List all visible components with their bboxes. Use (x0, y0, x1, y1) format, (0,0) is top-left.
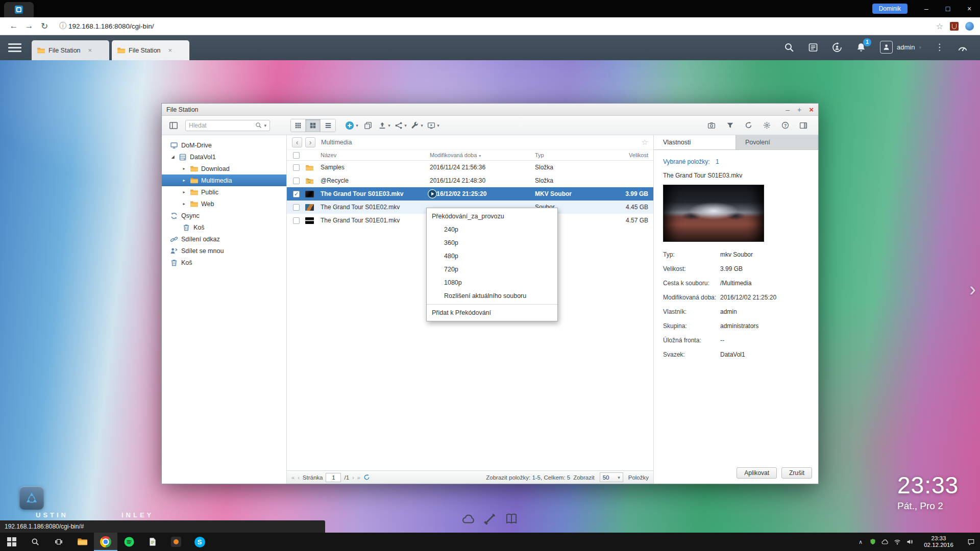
menu-item-240p[interactable]: 240p (427, 223, 557, 236)
menu-item-original-resolution[interactable]: Rozlišení aktuálního souboru (427, 289, 557, 303)
tree-collapsed-icon[interactable]: ▸ (181, 202, 187, 206)
apply-button[interactable]: Aplikovat (737, 467, 777, 479)
page-prev-button[interactable]: ‹ (298, 474, 300, 481)
window-minimize-button[interactable]: – (786, 106, 790, 113)
help-button[interactable] (778, 119, 792, 132)
snapshot-button[interactable] (705, 119, 718, 132)
bookmark-star-icon[interactable]: ☆ (936, 21, 943, 31)
tree-item-shared-with-me[interactable]: Sdílet se mnou (162, 245, 286, 257)
detail-view-button[interactable] (321, 119, 335, 132)
chevron-down-icon[interactable]: ▾ (264, 123, 266, 128)
tree-item-public[interactable]: ▸ Public (162, 186, 286, 198)
row-checkbox[interactable] (293, 178, 300, 184)
back-icon[interactable]: ← (6, 21, 21, 31)
smart-panel-button[interactable] (797, 119, 810, 132)
column-type[interactable]: Typ (535, 152, 617, 158)
select-all-checkbox[interactable] (293, 152, 300, 159)
recycle-bin-icon[interactable] (19, 486, 44, 510)
forward-icon[interactable]: → (21, 21, 37, 31)
list-view-button[interactable] (306, 119, 321, 132)
search-input[interactable] (189, 122, 253, 129)
main-menu-button[interactable] (8, 43, 21, 52)
menu-item-720p[interactable]: 720p (427, 263, 557, 276)
tree-item-datavol1[interactable]: ◢ DataVol1 (162, 151, 286, 163)
page-first-button[interactable]: « (291, 474, 295, 481)
options-dots-icon[interactable]: ⋮ (935, 42, 944, 53)
volume-tray-icon[interactable] (903, 533, 916, 551)
antivirus-tray-icon[interactable] (867, 533, 879, 551)
browser-close-button[interactable]: × (959, 0, 980, 17)
tree-item-download[interactable]: ▸ Download (162, 163, 286, 174)
taskbar-notepad-button[interactable] (141, 533, 164, 551)
menu-item-480p[interactable]: 480p (427, 249, 557, 263)
status-refresh-icon[interactable] (363, 474, 370, 481)
tree-collapsed-icon[interactable]: ▸ (181, 190, 187, 194)
background-tasks-icon[interactable] (808, 42, 818, 53)
search-icon[interactable] (255, 122, 262, 129)
window-titlebar[interactable]: File Station – + × (162, 104, 818, 116)
tree-item-trash[interactable]: Koš (162, 257, 286, 268)
browser-tab[interactable] (4, 2, 34, 17)
network-tray-icon[interactable] (891, 533, 903, 551)
tab-permissions[interactable]: Povolení (736, 135, 818, 149)
user-menu[interactable]: admin ▾ (880, 41, 921, 54)
sidebar-toggle-button[interactable] (167, 119, 180, 132)
breadcrumb-back-button[interactable]: ‹ (292, 137, 302, 147)
taskbar-skype-button[interactable]: S (188, 533, 211, 551)
extension-icon[interactable] (965, 22, 974, 31)
menu-item-1080p[interactable]: 1080p (427, 276, 557, 289)
breadcrumb-forward-button[interactable]: › (305, 137, 315, 147)
search-box[interactable]: ▾ (185, 120, 270, 131)
video-preview-thumbnail[interactable] (663, 185, 764, 242)
upload-button[interactable]: ▾ (378, 119, 391, 132)
myqnapcloud-icon[interactable] (462, 512, 475, 525)
copy-button[interactable] (361, 119, 375, 132)
breadcrumb[interactable]: Multimedia (321, 139, 352, 146)
cloud-tray-icon[interactable] (879, 533, 891, 551)
row-checkbox[interactable] (293, 204, 300, 211)
row-checkbox-checked[interactable]: ✓ (293, 191, 300, 197)
settings-gear-button[interactable] (760, 119, 773, 132)
tab-close-icon[interactable]: × (88, 46, 92, 54)
transcode-button[interactable]: ▾ (427, 119, 440, 132)
window-maximize-button[interactable]: + (797, 106, 801, 113)
menu-item-360p[interactable]: 360p (427, 236, 557, 249)
start-button[interactable] (0, 533, 23, 551)
help-book-icon[interactable] (505, 512, 518, 525)
task-view-button[interactable] (47, 533, 70, 551)
url-field[interactable]: 192.168.1.186:8080/cgi-bin/ (68, 22, 154, 30)
filter-button[interactable] (723, 119, 737, 132)
column-modified[interactable]: Modifikovaná doba▾ (430, 152, 535, 158)
play-options-button[interactable] (428, 189, 437, 198)
tree-collapsed-icon[interactable]: ▸ (181, 166, 187, 171)
action-center-button[interactable] (962, 533, 980, 551)
taskbar-explorer-button[interactable] (70, 533, 94, 551)
page-input[interactable] (326, 473, 341, 482)
column-name[interactable]: Název (321, 152, 430, 158)
tab-close-icon[interactable]: × (168, 46, 173, 54)
taskbar-spotify-button[interactable] (117, 533, 141, 551)
tools-button[interactable]: ▾ (410, 119, 424, 132)
refresh-button[interactable] (742, 119, 755, 132)
row-checkbox[interactable] (293, 164, 300, 171)
page-size-select[interactable]: 50 ▾ (600, 472, 623, 482)
page-info-icon[interactable]: ⓘ (59, 21, 66, 31)
share-button[interactable]: ▾ (394, 119, 407, 132)
icon-view-button[interactable] (291, 119, 306, 132)
tree-item-qsync[interactable]: Qsync (162, 210, 286, 221)
tree-item-dom-drive[interactable]: DoM-Drive (162, 139, 286, 151)
dashboard-gauge-icon[interactable] (958, 42, 968, 53)
table-row[interactable]: Samples 2016/11/24 21:56:36 Složka (287, 161, 653, 174)
tree-collapsed-icon[interactable]: ▸ (181, 178, 187, 183)
tree-item-share-links[interactable]: Sdílení odkaz (162, 233, 286, 245)
menu-item-add-to-transcode[interactable]: Přidat k Překódování (427, 306, 557, 319)
tree-item-multimedia[interactable]: ▸ Multimedia (162, 174, 286, 186)
table-row-selected[interactable]: ✓ The Grand Tour S01E03.mkv 2016/12/02 2… (287, 187, 653, 201)
table-row[interactable]: @Recycle 2016/11/24 21:48:30 Složka (287, 174, 653, 187)
tray-clock[interactable]: 23:33 02.12.2016 (922, 535, 955, 549)
external-device-icon[interactable] (832, 42, 842, 53)
browser-minimize-button[interactable]: – (916, 0, 937, 17)
row-checkbox[interactable] (293, 217, 300, 224)
notifications-bell-icon[interactable]: 1 (856, 42, 866, 53)
window-close-button[interactable]: × (809, 106, 814, 113)
